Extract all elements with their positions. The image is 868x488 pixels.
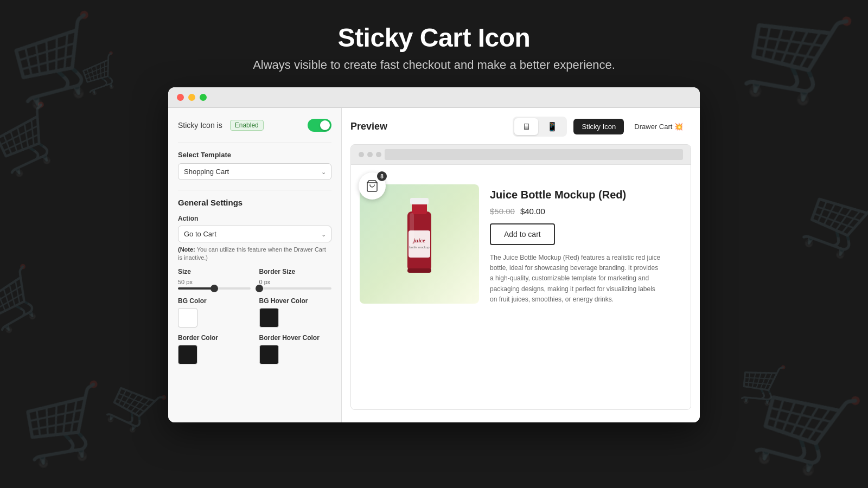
svg-rect-8 — [407, 268, 431, 273]
browser-dot-1 — [359, 152, 364, 157]
product-info: Juice Bottle Mockup (Red) $50.00 $40.00 … — [490, 184, 682, 305]
right-panel: Preview 🖥 📱 Sticky Icon Drawer Cart 💥 — [342, 108, 700, 422]
minimize-button[interactable] — [188, 94, 195, 101]
cart-badge: 8 — [377, 171, 387, 181]
bg-color-swatch[interactable] — [178, 308, 197, 328]
browser-content: 8 — [351, 165, 691, 410]
original-price: $50.00 — [490, 207, 515, 216]
size-slider-thumb[interactable] — [210, 285, 218, 292]
action-select[interactable]: Go to Cart Open Drawer — [178, 226, 331, 242]
bg-hover-color-swatch[interactable] — [259, 308, 279, 328]
size-slider-track — [178, 287, 251, 290]
browser-url-bar — [385, 149, 683, 160]
border-size-value: 0 px — [259, 279, 332, 285]
floating-cart-icon[interactable]: 8 — [359, 172, 386, 200]
tablet-device-button[interactable]: 📱 — [539, 118, 565, 135]
preview-header: Preview 🖥 📱 Sticky Icon Drawer Cart 💥 — [350, 117, 691, 137]
page-subtitle: Always visible to create fast checkout a… — [0, 58, 868, 72]
border-hover-color-swatch[interactable] — [259, 345, 279, 364]
action-label: Action — [178, 215, 331, 222]
border-size-label: Border Size — [259, 268, 332, 275]
divider-1 — [178, 143, 331, 143]
page-title: Sticky Cart Icon — [0, 23, 868, 53]
svg-text:juice: juice — [412, 237, 425, 243]
enabled-badge: Enabled — [230, 120, 264, 131]
action-select-wrapper: Go to Cart Open Drawer ⌄ — [178, 226, 331, 242]
main-window: Sticky Icon is Enabled Select Template S… — [168, 87, 700, 422]
price-row: $50.00 $40.00 — [490, 207, 682, 216]
drawer-cart-tab-emoji: 💥 — [674, 123, 683, 131]
browser-bar — [351, 145, 691, 165]
sticky-icon-label: Sticky Icon is — [178, 121, 222, 130]
close-button[interactable] — [177, 94, 184, 101]
bg-hover-color-label: BG Hover Color — [259, 297, 332, 305]
size-slider-fill — [178, 287, 214, 290]
browser-dot-3 — [376, 152, 381, 157]
window-titlebar — [168, 87, 700, 108]
left-panel: Sticky Icon is Enabled Select Template S… — [168, 108, 342, 422]
border-size-slider-thumb[interactable] — [256, 285, 263, 292]
svg-rect-3 — [410, 198, 429, 204]
device-toggle: 🖥 📱 — [513, 117, 567, 137]
bg-color-label: BG Color — [178, 297, 251, 305]
sticky-icon-toggle[interactable] — [308, 119, 331, 132]
select-template-label: Select Template — [178, 151, 331, 159]
product-image: juice bottle mockup — [360, 184, 479, 304]
browser-dot-2 — [367, 152, 373, 157]
border-color-swatch[interactable] — [178, 345, 197, 364]
desktop-device-button[interactable]: 🖥 — [514, 118, 538, 135]
general-settings-title: General Settings — [178, 198, 331, 207]
sticky-icon-tab[interactable]: Sticky Icon — [573, 119, 624, 134]
divider-2 — [178, 190, 331, 190]
preview-browser: 8 — [350, 144, 691, 410]
svg-rect-7 — [410, 213, 414, 246]
drawer-cart-tab-label: Drawer Cart — [634, 123, 672, 131]
border-size-slider-track — [259, 287, 332, 290]
border-hover-color-label: Border Hover Color — [259, 334, 332, 342]
product-title: Juice Bottle Mockup (Red) — [490, 189, 682, 201]
juice-bottle-svg: juice bottle mockup — [392, 192, 446, 296]
product-card: juice bottle mockup Juice Bott — [360, 184, 682, 305]
preview-label: Preview — [350, 121, 387, 132]
add-to-cart-button[interactable]: Add to cart — [490, 223, 555, 245]
template-select[interactable]: Shopping Cart Mini Cart — [178, 163, 331, 180]
sticky-icon-status-row: Sticky Icon is Enabled — [178, 119, 331, 132]
template-select-wrapper: Shopping Cart Mini Cart ⌄ — [178, 163, 331, 180]
cart-svg-icon — [366, 179, 379, 192]
action-note: (Note: You can utilize this feature when… — [178, 246, 331, 262]
svg-text:bottle mockup: bottle mockup — [409, 246, 430, 249]
tab-group: Sticky Icon Drawer Cart 💥 — [573, 119, 691, 134]
product-description: The Juice Bottle Mockup (Red) features a… — [490, 253, 663, 305]
size-label: Size — [178, 268, 251, 275]
sale-price: $40.00 — [520, 207, 545, 216]
maximize-button[interactable] — [200, 94, 207, 101]
drawer-cart-tab[interactable]: Drawer Cart 💥 — [626, 119, 691, 134]
border-color-label: Border Color — [178, 334, 251, 342]
